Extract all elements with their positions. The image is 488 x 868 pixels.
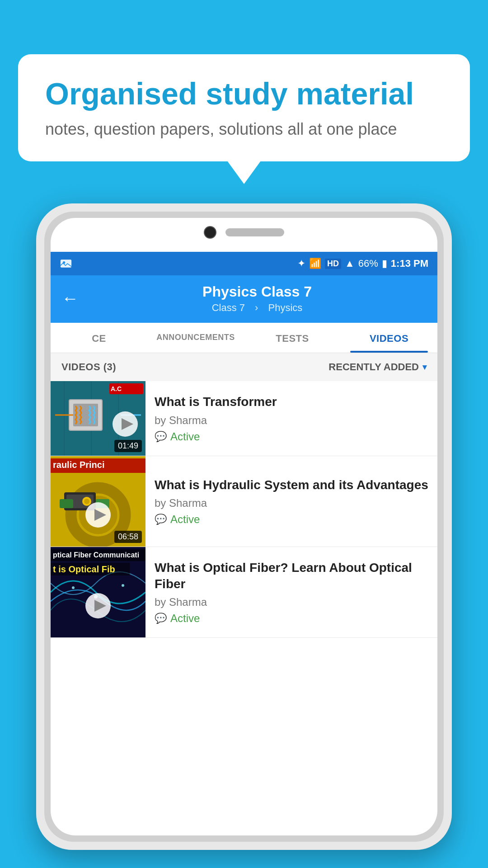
tab-announcements[interactable]: ANNOUNCEMENTS [147,323,244,353]
video-info-3: What is Optical Fiber? Learn About Optic… [145,547,437,637]
bubble-subtitle: notes, question papers, solutions all at… [45,120,443,139]
tabs-bar: CE ANNOUNCEMENTS TESTS VIDEOS [51,323,437,353]
phone-speaker [225,228,284,236]
video-author-2: by Sharma [155,497,428,509]
video-title-3: What is Optical Fiber? Learn About Optic… [155,560,428,593]
image-icon [60,259,72,269]
status-bar: ✦ 📶 HD ▲ 66% ▮ 1:13 PM [51,252,437,275]
video-item-3[interactable]: ptical Fiber Communicati t is Optical Fi… [51,547,437,638]
video-author-1: by Sharma [155,414,428,427]
video-author-3: by Sharma [155,596,428,609]
svg-text:t is Optical Fib: t is Optical Fib [53,564,115,574]
phone-top-bar [51,226,437,239]
header-title-group: Physics Class 7 Class 7 › Physics [88,283,427,314]
svg-text:A.C: A.C [111,385,122,392]
tab-tests[interactable]: TESTS [244,323,341,353]
sort-dropdown[interactable]: RECENTLY ADDED ▾ [328,361,427,373]
video-item-2[interactable]: raulic Princi 06:58 What is Hydraulic [51,456,437,547]
speech-bubble-section: Organised study material notes, question… [18,54,470,161]
bubble-title: Organised study material [45,77,443,111]
optical-svg: ptical Fiber Communicati t is Optical Fi… [51,547,145,637]
phone-camera [204,226,216,239]
breadcrumb-class: Class 7 [212,302,245,313]
chat-icon-3: 💬 [155,613,167,624]
chat-icon-2: 💬 [155,514,167,525]
video-duration-1: 01:49 [114,440,142,452]
sort-label: RECENTLY ADDED [328,361,419,373]
video-thumbnail-1: A.C 01:49 [51,381,145,456]
video-list: A.C 01:49 What is Transformer [51,381,437,835]
status-label-2: Active [170,513,200,526]
phone-screen: ✦ 📶 HD ▲ 66% ▮ 1:13 PM ← Phys [51,218,437,835]
time-display: 1:13 PM [391,258,428,269]
video-status-1: 💬 Active [155,430,428,443]
svg-rect-20 [60,499,73,508]
speech-bubble: Organised study material notes, question… [18,54,470,161]
status-bar-left [60,259,72,269]
phone-inner-shell: ✦ 📶 HD ▲ 66% ▮ 1:13 PM ← Phys [44,212,444,842]
hd-badge: HD [325,259,341,269]
breadcrumb-separator: › [255,302,258,313]
video-duration-2: 06:58 [114,531,142,543]
svg-text:raulic Princi: raulic Princi [53,460,105,470]
screen-content: ✦ 📶 HD ▲ 66% ▮ 1:13 PM ← Phys [51,252,437,835]
video-thumbnail-2: raulic Princi 06:58 [51,456,145,547]
phone-outer-shell: ✦ 📶 HD ▲ 66% ▮ 1:13 PM ← Phys [36,203,452,850]
video-thumbnail-3: ptical Fiber Communicati t is Optical Fi… [51,547,145,637]
svg-text:ptical Fiber Communicati: ptical Fiber Communicati [53,551,139,559]
video-title-1: What is Transformer [155,394,428,410]
wifi-icon: ▲ [345,258,355,269]
chevron-down-icon: ▾ [422,362,427,372]
tab-ce[interactable]: CE [51,323,147,353]
videos-count: VIDEOS (3) [61,361,116,373]
header-title: Physics Class 7 [88,283,427,300]
status-label-1: Active [170,430,200,443]
header-breadcrumb: Class 7 › Physics [88,302,427,314]
videos-header: VIDEOS (3) RECENTLY ADDED ▾ [51,353,437,381]
status-label-3: Active [170,612,200,625]
video-title-2: What is Hydraulic System and its Advanta… [155,477,428,493]
bluetooth-icon: ✦ [297,258,305,269]
phone-mockup: ✦ 📶 HD ▲ 66% ▮ 1:13 PM ← Phys [36,203,452,850]
svg-point-29 [72,586,75,589]
chat-icon-1: 💬 [155,431,167,443]
svg-point-31 [122,584,124,587]
battery-percent: 66% [358,258,378,269]
back-button[interactable]: ← [61,289,79,308]
tab-videos[interactable]: VIDEOS [341,323,437,353]
video-info-2: What is Hydraulic System and its Advanta… [145,456,437,547]
status-bar-right: ✦ 📶 HD ▲ 66% ▮ 1:13 PM [297,258,428,269]
battery-icon: ▮ [382,258,387,269]
video-info-1: What is Transformer by Sharma 💬 Active [145,381,437,456]
breadcrumb-subject: Physics [268,302,303,313]
video-item-1[interactable]: A.C 01:49 What is Transformer [51,381,437,456]
video-status-3: 💬 Active [155,612,428,625]
signal-icon: 📶 [309,258,321,269]
app-header: ← Physics Class 7 Class 7 › Physics [51,275,437,323]
video-status-2: 💬 Active [155,513,428,526]
svg-point-23 [84,499,89,504]
